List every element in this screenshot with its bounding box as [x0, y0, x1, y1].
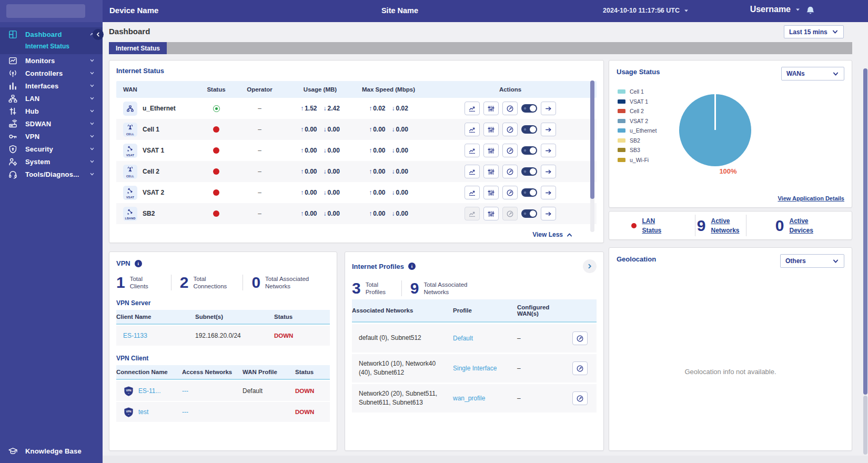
status-indicator	[200, 210, 232, 217]
lan-status-link[interactable]: LAN Status	[642, 216, 672, 235]
speed-test-button[interactable]	[502, 207, 518, 220]
gauge-icon	[576, 365, 584, 373]
bell-icon[interactable]	[805, 6, 815, 16]
horizontal-scrollbar-track[interactable]	[103, 456, 868, 463]
sidebar-collapse-button[interactable]	[93, 29, 104, 40]
profile-row: default (0), Subnet512Default–	[352, 324, 597, 353]
info-icon[interactable]: i	[408, 263, 416, 270]
sidebar-item-tools-diagnos[interactable]: Tools/Diagnos...	[0, 168, 103, 180]
usage-chart-button[interactable]	[465, 123, 480, 136]
info-icon[interactable]: i	[135, 260, 142, 267]
sidebar-item-monitors[interactable]: Monitors	[0, 54, 103, 67]
column-header-status: Status	[274, 311, 330, 322]
subnet-value: 192.168.20.0/24	[195, 332, 274, 339]
profile-link[interactable]: Default	[453, 335, 473, 342]
enable-toggle[interactable]	[521, 167, 537, 176]
vpn-title: VPN	[116, 259, 130, 267]
time-filter-select[interactable]: Last 15 mins	[784, 25, 844, 38]
details-button[interactable]	[541, 144, 556, 157]
enable-toggle[interactable]	[521, 188, 537, 197]
table-scrollbar-thumb[interactable]	[590, 80, 594, 199]
chevron-down-icon	[89, 95, 95, 102]
pie-slice-divider	[714, 94, 716, 130]
sliders-icon	[487, 210, 495, 218]
usage-cell: ↑0.00↓0.00	[287, 210, 353, 217]
sidebar-item-controllers[interactable]: Controllers	[0, 67, 103, 79]
speed-test-button[interactable]	[572, 331, 588, 345]
profile-link[interactable]: wan_profile	[453, 395, 485, 402]
speed-test-button[interactable]	[502, 165, 518, 178]
usage-chart-button[interactable]	[465, 207, 480, 220]
configure-button[interactable]	[483, 144, 499, 157]
configure-button[interactable]	[483, 186, 499, 199]
sidebar-item-security[interactable]: Security	[0, 143, 103, 155]
details-button[interactable]	[541, 207, 556, 220]
usage-chart-button[interactable]	[465, 102, 480, 115]
legend-swatch	[618, 148, 625, 152]
usage-chart-button[interactable]	[465, 144, 480, 157]
page-scrollbar-thumb[interactable]	[863, 68, 867, 395]
active-networks-link[interactable]: Active Networks	[711, 216, 744, 235]
sidebar-item-knowledge-base[interactable]: Knowledge Base	[0, 447, 103, 463]
sidebar-footer-label: Knowledge Base	[25, 447, 95, 455]
enable-toggle[interactable]	[521, 104, 537, 113]
usage-chart-button[interactable]	[465, 165, 480, 178]
connection-name-link[interactable]: test	[138, 408, 148, 416]
sidebar-subitem-internet-status[interactable]: Internet Status	[0, 41, 103, 54]
sidebar-item-label: LAN	[25, 95, 89, 103]
speed-test-button[interactable]	[502, 186, 518, 199]
details-button[interactable]	[541, 102, 556, 115]
enable-toggle[interactable]	[521, 209, 537, 218]
view-less-link[interactable]: View Less	[532, 231, 573, 238]
wan-profile-value: Default	[243, 387, 295, 395]
enable-toggle[interactable]	[521, 125, 537, 134]
sidebar-item-sdwan[interactable]: SDWAN	[0, 117, 103, 130]
details-button[interactable]	[541, 165, 556, 178]
upload-value: ↑0.00	[300, 189, 317, 196]
sidebar-item-interfaces[interactable]: Interfaces	[0, 79, 103, 92]
geolocation-filter-select[interactable]: Others	[780, 254, 844, 268]
speed-test-button[interactable]	[502, 102, 518, 115]
speed-test-button[interactable]	[572, 361, 588, 375]
wan-ethernet-icon	[123, 102, 137, 116]
profile-link[interactable]: Single Interface	[453, 365, 497, 372]
sidebar-item-lan[interactable]: LAN	[0, 92, 103, 105]
configured-wans-value: –	[517, 335, 563, 342]
arrow-up-icon: ↑	[300, 210, 304, 217]
usage-cell: ↑0.00↓0.00	[287, 126, 353, 133]
view-application-details-link[interactable]: View Application Details	[778, 195, 844, 202]
details-button[interactable]	[541, 186, 556, 199]
legend-label: Cell 1	[630, 88, 644, 95]
connection-name-link[interactable]: ES-11...	[138, 387, 160, 395]
arrow-up-icon: ↑	[369, 126, 372, 133]
configure-button[interactable]	[483, 102, 499, 115]
configure-button[interactable]	[483, 123, 499, 136]
speed-test-button[interactable]	[502, 144, 518, 157]
enable-toggle[interactable]	[521, 146, 537, 155]
wan-name: u_Ethernet	[143, 105, 176, 112]
row-actions	[465, 207, 556, 220]
sidebar-item-dashboard[interactable]: Dashboard	[0, 27, 103, 41]
stat-total-profiles: 3Total Profiles	[352, 280, 393, 296]
arrow-down-icon: ↓	[392, 189, 395, 196]
user-menu[interactable]: Username	[750, 5, 801, 14]
configure-button[interactable]	[483, 165, 499, 178]
configure-button[interactable]	[483, 207, 499, 220]
speed-test-button[interactable]	[572, 391, 588, 405]
speed-test-button[interactable]	[502, 123, 518, 136]
details-button[interactable]	[541, 123, 556, 136]
sidebar-item-system[interactable]: System	[0, 155, 103, 168]
usage-chart-button[interactable]	[465, 186, 480, 199]
sidebar-item-hub[interactable]: Hub	[0, 105, 103, 117]
sidebar-item-vpn[interactable]: VPN	[0, 130, 103, 143]
top-bar: Device Name Site Name 2024-10-10 11:17:5…	[0, 0, 868, 22]
profiles-expand-button[interactable]	[583, 259, 597, 273]
active-devices-link[interactable]: Active Devices	[790, 216, 823, 235]
tab-internet-status[interactable]: Internet Status	[109, 42, 167, 54]
timestamp-dropdown[interactable]: 2024-10-10 11:17:56 UTC	[603, 7, 689, 14]
interfaces-icon	[8, 82, 17, 90]
legend-swatch	[618, 128, 625, 133]
usage-filter-select[interactable]: WANs	[781, 67, 844, 80]
client-name-link[interactable]: ES-1133	[123, 332, 147, 339]
sdwan-icon	[8, 119, 17, 128]
